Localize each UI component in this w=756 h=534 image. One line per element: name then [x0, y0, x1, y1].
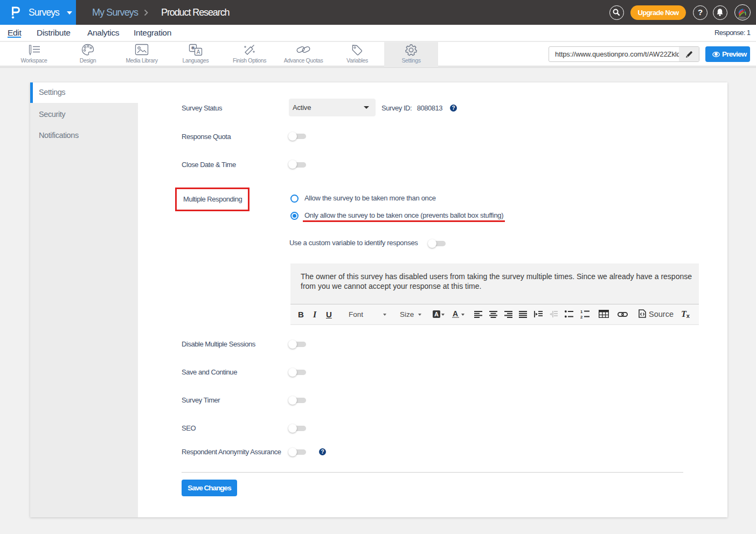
- svg-text:1: 1: [580, 310, 582, 314]
- svg-text:2: 2: [580, 314, 582, 318]
- svg-text:A: A: [197, 49, 200, 55]
- svg-text:✱: ✱: [191, 45, 195, 51]
